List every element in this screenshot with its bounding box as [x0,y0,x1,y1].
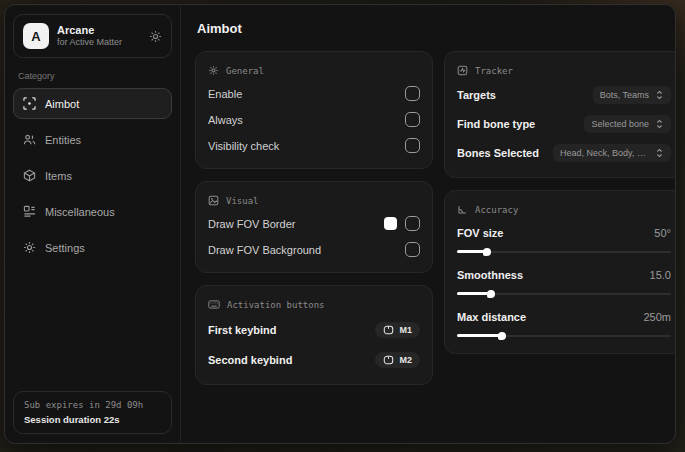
setting-label: Draw FOV Background [208,244,321,256]
general-card-title: General [226,66,264,76]
targets-select[interactable]: Bots, Teams [593,86,671,104]
fov-border-color-swatch[interactable] [384,217,397,230]
slider-value: 250m [643,311,671,323]
slider-thumb[interactable] [483,248,491,256]
mouse-icon [383,325,394,335]
visual-card-header: Visual [208,191,420,212]
cube-icon [23,169,36,182]
slider-header: Max distance 250m [457,305,671,328]
gear-icon[interactable] [149,30,162,43]
brand-title: Arcane [57,24,141,38]
sidebar-item-settings[interactable]: Settings [13,232,172,263]
category-label: Category [18,71,167,81]
main-panel: Aimbot General Enable [181,5,676,443]
brand-text: Arcane for Active Matter [57,24,141,49]
slider-label: Max distance [457,311,526,323]
sidebar: A Arcane for Active Matter Category Aimb [5,5,181,443]
unfold-icon [655,119,664,129]
tracker-card-header: Tracker [457,61,671,82]
keybind-label: First keybind [208,324,276,336]
slider-header: Smoothness 15.0 [457,263,671,286]
slider-thumb[interactable] [487,290,495,298]
fov-size-slider[interactable] [457,247,671,256]
tracker-card-title: Tracker [475,66,513,76]
general-gear-icon [208,65,219,76]
sidebar-item-label: Miscellaneous [45,206,115,218]
tracker-label: Targets [457,89,496,101]
tracker-label: Bones Selected [457,147,539,159]
sidebar-item-entities[interactable]: Entities [13,124,172,155]
visual-card: Visual Draw FOV Border Draw FOV Backgrou… [195,181,433,273]
bones-selected-select[interactable]: Head, Neck, Body, Pe... [553,144,671,162]
sidebar-item-miscellaneous[interactable]: Miscellaneous [13,196,172,227]
sidebar-item-items[interactable]: Items [13,160,172,191]
activation-card-header: Activation buttons [208,295,420,316]
image-icon [208,195,219,206]
slider-group-smoothness: Smoothness 15.0 [457,263,671,298]
tracker-row-find-bone-type: Find bone type Selected bone [457,111,671,137]
slider-fill [457,334,502,337]
setting-row-enable: Enable [208,82,420,105]
unfold-icon [655,90,664,100]
crosshair-scan-icon [23,97,36,110]
layout-list-icon [23,205,36,218]
page-title: Aimbot [197,21,676,36]
smoothness-slider[interactable] [457,289,671,298]
angle-icon [457,204,468,215]
always-checkbox[interactable] [405,112,420,127]
keyboard-icon [208,299,220,310]
draw-fov-border-checkbox[interactable] [405,216,420,231]
arcane-window: A Arcane for Active Matter Category Aimb [4,4,676,444]
radar-pulse-icon [457,65,468,76]
setting-row-draw-fov-background: Draw FOV Background [208,238,420,261]
slider-fill [457,250,487,253]
max-distance-slider[interactable] [457,331,671,340]
brand-subtitle: for Active Matter [57,37,141,48]
setting-label: Always [208,114,243,126]
keybind-row-first: First keybind M1 [208,316,420,343]
arcane-logo: A [23,23,49,49]
tracker-label: Find bone type [457,118,535,130]
slider-fill [457,292,491,295]
visibility-check-checkbox[interactable] [405,138,420,153]
sidebar-item-label: Entities [45,134,81,146]
setting-row-draw-fov-border: Draw FOV Border [208,212,420,235]
general-card-header: General [208,61,420,82]
sidebar-item-label: Aimbot [45,98,79,110]
slider-header: FOV size 50° [457,221,671,244]
setting-row-always: Always [208,108,420,131]
setting-label: Enable [208,88,242,100]
keybind-value: M2 [399,355,412,365]
sub-expires-text: Sub expires in 29d 09h [24,400,161,410]
setting-label: Draw FOV Border [208,218,295,230]
slider-label: FOV size [457,227,503,239]
visual-card-title: Visual [226,196,259,206]
slider-value: 15.0 [650,269,671,281]
subscription-info: Sub expires in 29d 09h Session duration … [13,391,172,434]
unfold-icon [655,148,664,158]
general-card: General Enable Always Visibility check [195,51,433,169]
draw-fov-background-checkbox[interactable] [405,242,420,257]
accuracy-card-title: Accuracy [475,205,518,215]
activation-buttons-card: Activation buttons First keybind M1 [195,285,433,385]
keybind-value: M1 [399,325,412,335]
find-bone-type-select[interactable]: Selected bone [584,115,671,133]
sidebar-item-label: Items [45,170,72,182]
bones-selected-value: Head, Neck, Body, Pe... [560,148,649,158]
slider-group-max-distance: Max distance 250m [457,305,671,340]
first-keybind-button[interactable]: M1 [375,322,420,338]
sidebar-item-label: Settings [45,242,85,254]
keybind-row-second: Second keybind M2 [208,346,420,373]
tracker-card: Tracker Targets Bots, Teams [444,51,676,178]
second-keybind-button[interactable]: M2 [375,352,420,368]
accuracy-card: Accuracy FOV size 50° [444,190,676,354]
slider-thumb[interactable] [498,332,506,340]
session-duration-text: Session duration 22s [24,414,161,425]
tracker-row-targets: Targets Bots, Teams [457,82,671,108]
people-icon [23,133,36,146]
setting-row-visibility-check: Visibility check [208,134,420,157]
enable-checkbox[interactable] [405,86,420,101]
brand-header: A Arcane for Active Matter [13,14,172,58]
gear-icon [23,241,36,254]
sidebar-item-aimbot[interactable]: Aimbot [13,88,172,119]
